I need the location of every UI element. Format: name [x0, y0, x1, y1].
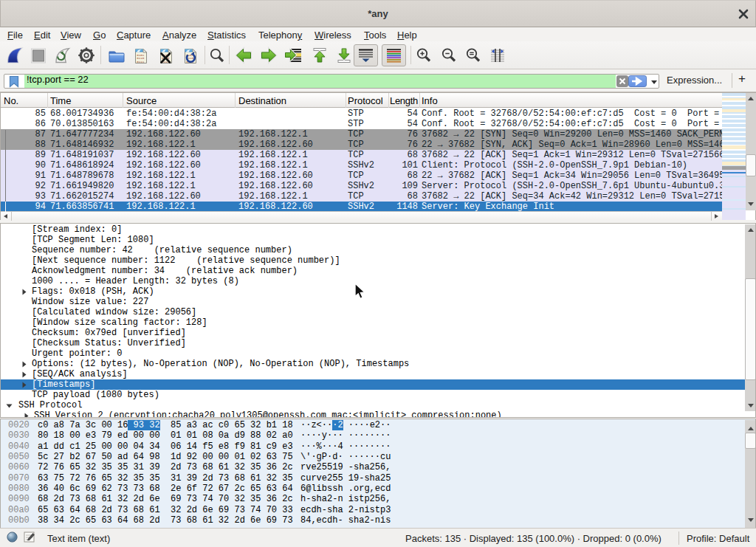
svg-text:0110: 0110 — [137, 57, 145, 60]
svg-text:0111: 0111 — [137, 61, 145, 63]
svg-text:0101: 0101 — [137, 54, 145, 57]
